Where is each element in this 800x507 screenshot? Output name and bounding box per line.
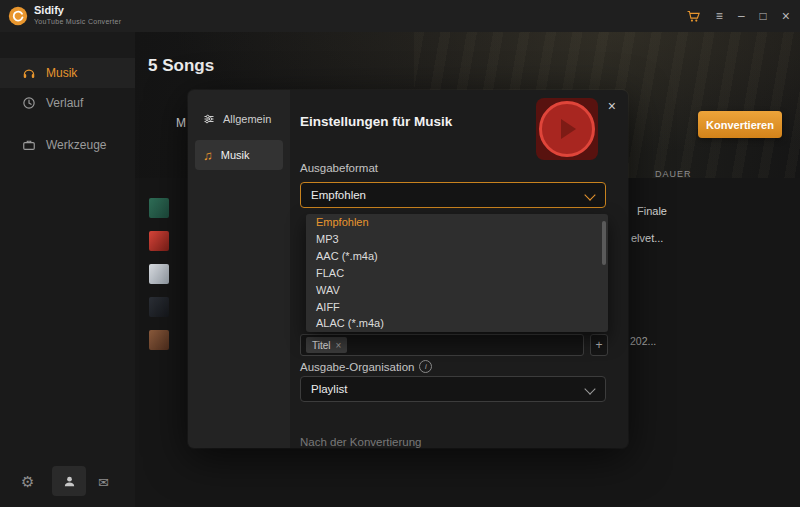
sidebar-item-werkzeuge[interactable]: Werkzeuge [0,130,135,160]
song-thumbnail[interactable] [149,330,169,350]
sidebar-item-musik[interactable]: Musik [0,58,135,88]
settings-tab-label: Allgemein [223,113,271,125]
account-button[interactable] [52,466,86,496]
output-format-value: Empfohlen [311,189,366,201]
app-name: Sidify [34,4,64,16]
settings-tab-musik[interactable]: ♫ Musik [195,140,283,170]
format-option[interactable]: AIFF [306,298,608,315]
song-thumbnail[interactable] [149,297,169,317]
titlebar: Sidify YouTube Music Converter ≡ – □ × [0,0,800,32]
sidebar-item-label: Werkzeuge [46,138,106,152]
song-cell-fragment: elvet... [631,232,663,244]
output-format-label: Ausgabeformat [300,162,378,174]
sidebar-item-label: Musik [46,66,77,80]
chevron-down-icon [584,189,595,200]
song-cell-fragment: Finale [637,205,667,217]
song-thumbnail[interactable] [149,264,169,284]
tag-chip-titel[interactable]: Titel × [306,337,347,353]
sidify-logo-icon [8,6,28,26]
app-subtitle: YouTube Music Converter [34,18,121,25]
playlist-cover-art [536,98,598,160]
sliders-icon [203,113,215,125]
play-button[interactable] [539,101,595,157]
song-thumbnail[interactable] [149,198,169,218]
close-window-icon[interactable]: × [782,9,790,23]
feedback-mail-icon[interactable]: ✉ [98,475,109,490]
settings-tab-allgemein[interactable]: Allgemein [195,106,283,132]
settings-gear-icon[interactable]: ⚙ [21,473,34,491]
dropdown-scrollbar[interactable] [602,221,606,265]
tab-fragment[interactable]: M [176,116,186,130]
format-dropdown: Empfohlen MP3 AAC (*.m4a) FLAC WAV AIFF … [306,214,608,332]
app-window: Sidify YouTube Music Converter ≡ – □ × M… [0,0,800,507]
dialog-close-icon[interactable]: × [608,98,616,114]
sidebar: Musik Verlauf Werkzeuge ⚙ ✉ [0,32,135,507]
chip-remove-icon[interactable]: × [336,340,342,351]
chevron-down-icon [584,383,595,394]
tag-chip-label: Titel [312,340,331,351]
clock-icon [22,96,36,110]
format-option[interactable]: ALAC (*.m4a) [306,315,608,332]
dialog-title: Einstellungen für Musik [300,114,452,129]
play-icon [561,119,576,139]
settings-tab-label: Musik [221,149,250,161]
sidebar-item-label: Verlauf [46,96,83,110]
settings-nav: Allgemein ♫ Musik [188,90,290,448]
toolbox-icon [22,138,36,152]
output-organisation-label: Ausgabe-Organisation i [300,360,432,373]
duration-column-header: DAUER [655,169,692,179]
output-organisation-value: Playlist [311,383,347,395]
song-thumbnail[interactable] [149,231,169,251]
output-format-select[interactable]: Empfohlen [300,182,606,208]
headphones-icon [22,66,36,80]
song-cell-fragment: 202... [630,335,656,347]
page-title: 5 Songs [148,56,214,76]
maximize-icon[interactable]: □ [760,10,767,22]
format-option[interactable]: MP3 [306,231,608,248]
person-icon [62,474,77,489]
sidebar-item-verlauf[interactable]: Verlauf [0,88,135,118]
add-tag-button[interactable]: + [590,334,608,356]
after-conversion-label: Nach der Konvertierung [300,436,421,448]
format-option[interactable]: Empfohlen [306,214,608,231]
format-option[interactable]: WAV [306,281,608,298]
minimize-icon[interactable]: – [738,10,745,22]
format-option[interactable]: FLAC [306,265,608,282]
filename-tag-field[interactable]: Titel × [300,334,584,356]
convert-button[interactable]: Konvertieren [698,111,782,138]
format-option[interactable]: AAC (*.m4a) [306,248,608,265]
titlebar-actions: ≡ – □ × [686,0,790,32]
output-organisation-select[interactable]: Playlist [300,376,606,402]
music-note-icon: ♫ [203,149,213,162]
menu-icon[interactable]: ≡ [716,10,723,22]
cart-icon[interactable] [686,9,701,24]
info-icon[interactable]: i [419,360,432,373]
